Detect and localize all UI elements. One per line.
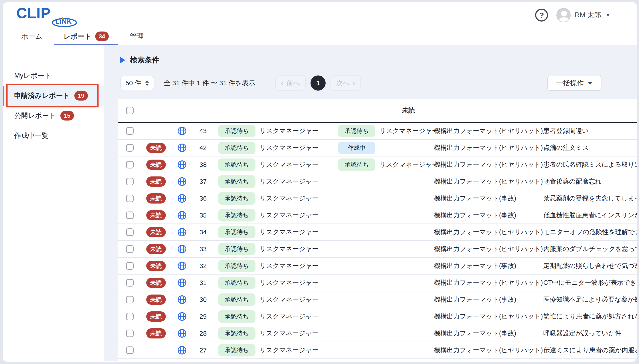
table-row[interactable]: 未読33承認待ちリスクマネージャー機構出力フォーマット(ヒヤリハット)内服薬のダ… bbox=[118, 241, 637, 258]
sidebar-item-public-reports[interactable]: 公開レポート 15 bbox=[3, 106, 104, 126]
report-status-pill: 承認待ち bbox=[218, 158, 256, 171]
row-checkbox-cell bbox=[118, 156, 142, 173]
title-cell: 点滴の注文ミス bbox=[537, 140, 637, 156]
id-cell: 31 bbox=[194, 274, 212, 291]
report-actor: リスクマネージャー bbox=[260, 160, 318, 169]
sidebar: Myレポート 申請済みレポート 19 公開レポート 15 作成中一覧 bbox=[3, 45, 104, 361]
sidebar-submitted-badge: 19 bbox=[74, 91, 88, 100]
next-page-button[interactable]: 次へ › bbox=[330, 76, 361, 90]
table-row[interactable]: 27承認待ちリスクマネージャー機構出力フォーマット(ヒヤリハット)伝達ミスにより… bbox=[118, 342, 637, 359]
report-actor: リスクマネージャー bbox=[260, 177, 318, 186]
table-row[interactable]: 未読26承認待ちリスクマネージャー機構出力フォーマット(ヒヤリハット)点滴の流量… bbox=[118, 359, 637, 361]
unread-cell: 未読 bbox=[142, 308, 170, 325]
table-row[interactable]: 未読36承認待ちリスクマネージャー機構出力フォーマット(事故)禁忌薬剤の登録を失… bbox=[118, 190, 637, 207]
row-checkbox[interactable] bbox=[126, 346, 134, 354]
unread-badge: 未読 bbox=[146, 160, 166, 170]
correction-status-cell bbox=[332, 308, 427, 325]
table-row[interactable]: 未読31承認待ちリスクマネージャー機構出力フォーマット(ヒヤリハット)CT中にモ… bbox=[118, 274, 637, 292]
table-row[interactable]: 未読42承認待ちリスクマネージャー作成中機構出力フォーマット(ヒヤリハット)点滴… bbox=[118, 140, 637, 156]
select-all-checkbox[interactable] bbox=[126, 107, 134, 114]
sidebar-item-label: 申請済みレポート bbox=[14, 91, 70, 100]
tab-home[interactable]: ホーム bbox=[21, 28, 42, 45]
row-checkbox[interactable] bbox=[126, 212, 134, 219]
globe-icon bbox=[177, 194, 187, 203]
clip-link-logo[interactable]: CLIP LiNK bbox=[16, 5, 83, 26]
search-conditions-toggle[interactable]: 検索条件 bbox=[120, 55, 637, 65]
report-status-cell: 承認待ちリスクマネージャー bbox=[212, 258, 332, 274]
public-cell bbox=[170, 241, 194, 257]
triangle-right-icon bbox=[120, 57, 125, 63]
row-checkbox[interactable] bbox=[126, 245, 134, 253]
select-updown-icon bbox=[146, 80, 149, 86]
row-checkbox-cell bbox=[118, 224, 142, 240]
top-header: CLIP LiNK ? RM 太郎 ▼ bbox=[3, 2, 637, 28]
unread-cell: 未読 bbox=[142, 140, 170, 156]
help-icon[interactable]: ? bbox=[535, 9, 548, 22]
row-checkbox[interactable] bbox=[126, 228, 134, 236]
unread-cell: 未読 bbox=[142, 224, 170, 240]
table-row[interactable]: 未読34承認待ちリスクマネージャー機構出力フォーマット(ヒヤリハット)モニターオ… bbox=[118, 224, 637, 241]
row-checkbox[interactable] bbox=[126, 127, 134, 135]
public-cell bbox=[170, 342, 194, 358]
table-row[interactable]: 未読30承認待ちリスクマネージャー機構出力フォーマット(事故)医療知識不足により… bbox=[118, 292, 637, 308]
row-checkbox-cell bbox=[118, 173, 142, 190]
report-actor: リスクマネージャー bbox=[260, 228, 318, 236]
user-menu[interactable]: RM 太郎 ▼ bbox=[556, 8, 610, 22]
active-indicator-bar bbox=[3, 86, 4, 106]
chevron-down-icon bbox=[588, 82, 592, 85]
page-size-value: 50 件 bbox=[126, 78, 142, 88]
report-title-text: 患者の氏名確認ミスによる取り違え bbox=[543, 160, 637, 169]
format-cell: 機構出力フォーマット(ヒヤリハット) bbox=[427, 224, 537, 240]
sidebar-item-drafts[interactable]: 作成中一覧 bbox=[3, 126, 104, 146]
row-checkbox[interactable] bbox=[126, 279, 134, 286]
title-cell: 低血糖性脳症患者にインスリンが bbox=[537, 207, 637, 224]
row-checkbox[interactable] bbox=[126, 313, 134, 320]
table-row[interactable]: 未読32承認待ちリスクマネージャー機構出力フォーマット(事故)定期配薬の照らし合… bbox=[118, 258, 637, 274]
row-checkbox[interactable] bbox=[126, 296, 134, 304]
prev-page-button[interactable]: ‹ 前へ bbox=[275, 76, 306, 90]
tab-admin[interactable]: 管理 bbox=[130, 28, 144, 45]
chevron-down-icon: ▼ bbox=[606, 12, 610, 18]
next-page-label: 次へ bbox=[336, 78, 350, 88]
table-row[interactable]: 未読37承認待ちリスクマネージャー機構出力フォーマット(ヒヤリハット)朝食後薬の… bbox=[118, 173, 637, 190]
id-cell: 37 bbox=[194, 173, 212, 190]
report-actor: リスクマネージャー bbox=[260, 312, 318, 321]
table-row[interactable]: 未読28承認待ちリスクマネージャー機構出力フォーマット(事故)呼吸器設定が誤って… bbox=[118, 325, 637, 342]
report-status-cell: 承認待ちリスクマネージャー bbox=[212, 359, 332, 361]
sidebar-item-submitted-reports[interactable]: 申請済みレポート 19 bbox=[3, 86, 104, 106]
tab-reports[interactable]: レポート 34 bbox=[64, 28, 108, 45]
unread-badge: 未読 bbox=[146, 328, 166, 338]
report-actor: リスクマネージャー bbox=[260, 211, 318, 220]
row-checkbox[interactable] bbox=[126, 195, 134, 202]
report-title-text: 点滴の注文ミス bbox=[543, 144, 589, 152]
public-cell bbox=[170, 274, 194, 291]
id-cell: 33 bbox=[194, 241, 212, 257]
current-page-button[interactable]: 1 bbox=[310, 76, 326, 90]
public-cell bbox=[170, 258, 194, 274]
bulk-action-button[interactable]: 一括操作 bbox=[547, 76, 602, 91]
table-row[interactable]: 未読35承認待ちリスクマネージャー機構出力フォーマット(事故)低血糖性脳症患者に… bbox=[118, 207, 637, 224]
result-range-text: 全 31 件中 1 件 〜 31 件を表示 bbox=[164, 78, 255, 88]
row-checkbox[interactable] bbox=[126, 262, 134, 270]
table-row[interactable]: 43承認待ちリスクマネージャー承認待ちリスクマネージャー機構出力フォーマット(ヒ… bbox=[118, 123, 637, 140]
sidebar-item-my-reports[interactable]: Myレポート bbox=[3, 66, 104, 86]
id-cell: 32 bbox=[194, 258, 212, 274]
current-page-number: 1 bbox=[316, 79, 320, 87]
row-checkbox[interactable] bbox=[126, 178, 134, 185]
unread-cell: 未読 bbox=[142, 258, 170, 274]
row-checkbox[interactable] bbox=[126, 161, 134, 168]
report-title-text: 医療知識不足により必要な薬が処方 bbox=[543, 295, 637, 304]
table-row[interactable]: 未読29承認待ちリスクマネージャー機構出力フォーマット(ヒヤリハット)繁忙により… bbox=[118, 308, 637, 325]
table-row[interactable]: 未読38承認待ちリスクマネージャー承認待ちリスクマネージャー機構出力フォーマット… bbox=[118, 156, 637, 173]
correction-status-cell bbox=[332, 342, 427, 358]
page-size-select[interactable]: 50 件 bbox=[120, 76, 154, 90]
report-status-cell: 承認待ちリスクマネージャー bbox=[212, 274, 332, 291]
row-checkbox[interactable] bbox=[126, 330, 134, 337]
globe-icon bbox=[177, 143, 187, 152]
row-checkbox-cell bbox=[118, 342, 142, 358]
report-status-cell: 承認待ちリスクマネージャー bbox=[212, 308, 332, 325]
reports-table: 未読 公開 ID ステータス レポート 是正処置 フォーマット 43承認待ちリス… bbox=[118, 99, 637, 361]
correction-status-cell bbox=[332, 207, 427, 224]
report-title-text: 内服薬のダブルチェックを怠って bbox=[543, 244, 637, 254]
row-checkbox[interactable] bbox=[126, 144, 134, 152]
